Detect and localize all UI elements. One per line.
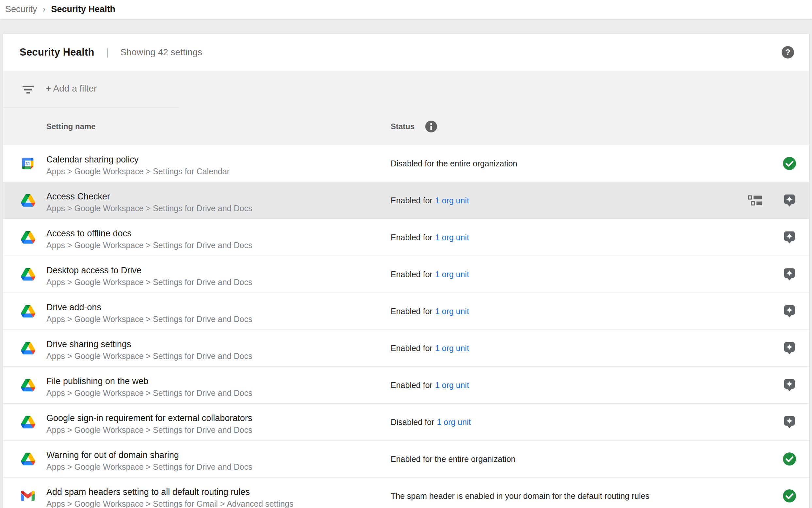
row-right-icons <box>783 256 809 293</box>
recommendation-badge-icon[interactable] <box>783 305 796 318</box>
status-cell: Enabled for the entire organization <box>391 441 515 477</box>
setting-name-cell: File publishing on the web Apps > Google… <box>46 375 252 399</box>
setting-name-cell: Desktop access to Drive Apps > Google Wo… <box>46 264 252 288</box>
org-unit-link[interactable]: 1 org unit <box>435 233 469 242</box>
status-text: Enabled for <box>391 307 432 316</box>
gmail-icon <box>21 491 35 501</box>
google-calendar-icon: 31 <box>21 157 35 170</box>
google-drive-icon <box>21 268 35 281</box>
setting-row[interactable]: Access Checker Apps > Google Workspace >… <box>3 182 809 219</box>
google-drive-icon <box>21 453 35 466</box>
setting-name-cell: Add spam headers setting to all default … <box>46 486 293 508</box>
row-right-icons <box>783 404 809 440</box>
svg-text:31: 31 <box>26 161 30 166</box>
settings-table-body: 31 Calendar sharing policy Apps > Google… <box>3 145 809 508</box>
add-filter-input[interactable]: + Add a filter <box>46 83 97 94</box>
recommendation-badge-icon[interactable] <box>783 379 796 392</box>
setting-path: Apps > Google Workspace > Settings for G… <box>46 498 293 508</box>
google-calendar-icon: 31 <box>21 157 35 170</box>
status-cell: Enabled for1 org unit <box>391 219 469 256</box>
status-text: Enabled for the entire organization <box>391 454 515 464</box>
google-drive-icon <box>21 379 35 392</box>
status-cell: Enabled for1 org unit <box>391 256 469 293</box>
row-right-icons <box>783 293 809 330</box>
setting-row[interactable]: File publishing on the web Apps > Google… <box>3 367 809 404</box>
google-drive-icon <box>21 342 35 355</box>
setting-name-cell: Warning for out of domain sharing Apps >… <box>46 449 252 473</box>
status-ok-icon <box>783 453 796 466</box>
row-right-icons <box>783 367 809 404</box>
org-units-icon <box>748 195 763 206</box>
google-drive-icon <box>21 342 35 355</box>
recommendation-badge-icon[interactable] <box>783 342 796 355</box>
setting-path: Apps > Google Workspace > Settings for D… <box>46 276 252 288</box>
filter-icon <box>21 85 35 94</box>
google-drive-icon <box>21 416 35 429</box>
help-button[interactable]: ? <box>782 46 794 58</box>
org-unit-link[interactable]: 1 org unit <box>435 344 469 353</box>
google-drive-icon <box>21 194 35 207</box>
setting-path: Apps > Google Workspace > Settings for D… <box>46 239 252 251</box>
recommendation-badge-icon[interactable] <box>783 231 796 244</box>
setting-path: Apps > Google Workspace > Settings for C… <box>46 165 230 177</box>
setting-row[interactable]: Google sign-in requirement for external … <box>3 404 809 440</box>
status-cell: Disabled for1 org unit <box>391 404 471 440</box>
recommendation-badge-icon[interactable] <box>783 194 796 207</box>
setting-name: Google sign-in requirement for external … <box>46 412 252 424</box>
setting-row[interactable]: Desktop access to Drive Apps > Google Wo… <box>3 256 809 293</box>
google-drive-icon <box>21 268 35 281</box>
svg-text:?: ? <box>785 47 791 57</box>
setting-name-cell: Google sign-in requirement for external … <box>46 412 252 436</box>
recommendation-badge-icon[interactable] <box>783 268 796 281</box>
filter-bar[interactable]: + Add a filter <box>3 71 809 108</box>
recommendation-badge-icon[interactable] <box>783 416 796 429</box>
row-right-icons <box>748 182 809 219</box>
row-right-icons <box>783 478 809 508</box>
setting-row[interactable]: 31 Calendar sharing policy Apps > Google… <box>3 145 809 182</box>
status-text: The spam header is enabled in your domai… <box>391 491 649 501</box>
status-cell: Enabled for1 org unit <box>391 182 469 219</box>
setting-row[interactable]: Drive add-ons Apps > Google Workspace > … <box>3 293 809 330</box>
status-cell: Enabled for1 org unit <box>391 293 469 330</box>
org-unit-link[interactable]: 1 org unit <box>435 381 469 390</box>
setting-row[interactable]: Add spam headers setting to all default … <box>3 477 809 508</box>
google-drive-icon <box>21 416 35 429</box>
title-separator: | <box>106 47 109 58</box>
status-text: Disabled for the entire organization <box>391 159 517 168</box>
row-right-icons <box>783 330 809 367</box>
row-right-icons <box>783 145 809 182</box>
status-text: Enabled for <box>391 381 432 390</box>
setting-name: File publishing on the web <box>46 375 252 387</box>
breadcrumb-item-security-health: Security Health <box>51 4 115 14</box>
settings-count-label: Showing 42 settings <box>121 47 202 57</box>
setting-path: Apps > Google Workspace > Settings for D… <box>46 461 252 473</box>
card-header: Security Health | Showing 42 settings ? <box>3 34 809 71</box>
setting-path: Apps > Google Workspace > Settings for D… <box>46 387 252 399</box>
breadcrumb-item-security[interactable]: Security <box>5 4 37 14</box>
google-drive-icon <box>21 453 35 466</box>
org-unit-link[interactable]: 1 org unit <box>435 196 469 205</box>
setting-name: Desktop access to Drive <box>46 264 252 276</box>
org-unit-link[interactable]: 1 org unit <box>435 270 469 279</box>
status-text: Enabled for <box>391 270 432 279</box>
page-title: Security Health <box>19 46 94 58</box>
setting-name: Access Checker <box>46 190 252 202</box>
setting-path: Apps > Google Workspace > Settings for D… <box>46 424 252 436</box>
setting-row[interactable]: Warning for out of domain sharing Apps >… <box>3 440 809 477</box>
status-cell: Enabled for1 org unit <box>391 330 469 367</box>
google-drive-icon <box>21 194 35 207</box>
google-drive-icon <box>21 305 35 318</box>
setting-row[interactable]: Drive sharing settings Apps > Google Wor… <box>3 330 809 367</box>
setting-row[interactable]: Access to offline docs Apps > Google Wor… <box>3 219 809 256</box>
gmail-icon <box>21 491 35 501</box>
org-unit-link[interactable]: 1 org unit <box>435 307 469 316</box>
table-header: Setting name Status <box>3 108 809 145</box>
status-info-icon[interactable] <box>425 121 437 132</box>
status-text: Disabled for <box>391 417 434 427</box>
org-unit-link[interactable]: 1 org unit <box>437 417 471 427</box>
google-drive-icon <box>21 231 35 244</box>
row-right-icons <box>783 441 809 477</box>
setting-name: Drive sharing settings <box>46 338 252 350</box>
setting-name-cell: Calendar sharing policy Apps > Google Wo… <box>46 154 230 177</box>
row-right-icons <box>783 219 809 256</box>
